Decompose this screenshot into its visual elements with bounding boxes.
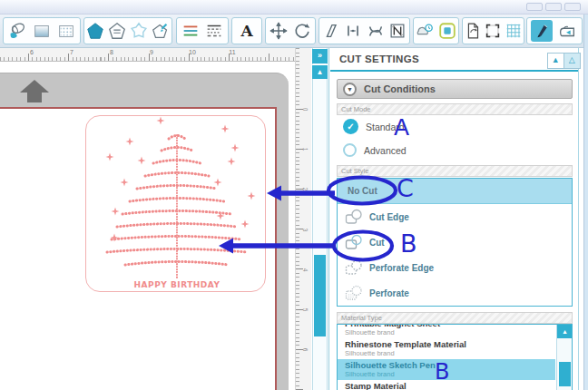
- effects-group: [413, 17, 459, 44]
- ruler-number: 7: [66, 49, 77, 55]
- material-stamp-material[interactable]: Stamp Material: [338, 380, 555, 390]
- material-scroll-up-button[interactable]: ▲: [557, 325, 573, 338]
- cut-label: Cut: [369, 238, 385, 248]
- page-tools-group: [462, 17, 524, 44]
- move-icon[interactable]: [268, 20, 289, 42]
- cut-edge-icon: [345, 209, 363, 225]
- cut-mode-standard-option[interactable]: ✓ Standard: [343, 119, 405, 134]
- stripe-lines-icon[interactable]: [180, 20, 201, 42]
- arrange-group: [265, 17, 316, 44]
- cut-mode-section-header: Cut Mode: [337, 103, 573, 115]
- panel-dock-buttons: ▲ △: [547, 53, 581, 69]
- cut-style-cut[interactable]: Cut: [338, 229, 572, 255]
- grid-icon[interactable]: [504, 20, 524, 42]
- cut-style-perforate[interactable]: Perforate: [338, 280, 572, 306]
- cut-icon: [345, 234, 363, 250]
- star-shape-icon[interactable]: [128, 20, 150, 42]
- mirror-icon[interactable]: [342, 20, 364, 42]
- distort-icon[interactable]: [365, 20, 387, 42]
- design-text: HAPPY BIRTHDAY: [134, 280, 220, 289]
- fill-pattern-icon[interactable]: [55, 20, 77, 42]
- cut-style-perforate-edge[interactable]: Perforate Edge: [338, 255, 572, 280]
- registration-marks-icon[interactable]: [483, 20, 503, 42]
- radio-unchecked-icon[interactable]: [343, 143, 357, 157]
- cut-style-section-header: Cut Style: [337, 165, 573, 177]
- perforate-label: Perforate: [369, 288, 409, 298]
- send-to-machine-icon[interactable]: [556, 20, 578, 42]
- line-color-icon[interactable]: [84, 20, 106, 42]
- main-toolbar: A: [0, 15, 588, 48]
- material-type-list: Printable Magnet Sheet Silhouette brand …: [337, 324, 573, 390]
- ruler-number: 10: [187, 49, 198, 55]
- sketch-pen-icon[interactable]: [150, 20, 172, 42]
- line-tools-group: [176, 17, 229, 44]
- window-maximize-button[interactable]: [545, 3, 562, 11]
- material-type-section-header: Material Type: [337, 312, 573, 324]
- panel-title-underline: [330, 70, 578, 72]
- chevron-down-icon[interactable]: ▼: [343, 83, 357, 96]
- ruler-number: 4: [302, 268, 309, 272]
- cut-conditions-header[interactable]: ▼ Cut Conditions: [337, 79, 573, 99]
- cut-edge-label: Cut Edge: [369, 212, 409, 222]
- fill-color-icon[interactable]: [6, 20, 28, 42]
- panel-right-border: [578, 48, 579, 390]
- ruler-number: 2: [302, 188, 309, 191]
- modify-icon[interactable]: [436, 20, 458, 42]
- dashed-lines-icon[interactable]: [203, 20, 225, 42]
- emboss-icon[interactable]: [414, 20, 436, 42]
- cut-settings-icon[interactable]: [531, 20, 553, 42]
- shape-style-group: [83, 17, 172, 44]
- ruler-number: 11: [227, 49, 238, 55]
- standard-label: Standard: [366, 122, 405, 132]
- material-printable-magnet-sheet[interactable]: Printable Magnet Sheet Silhouette brand: [338, 324, 555, 338]
- material-list-scrollbar[interactable]: ▲: [556, 325, 572, 390]
- pattern-fill-icon[interactable]: [387, 20, 408, 42]
- cut-style-list: No Cut Cut Edge Cut Perforate Edge Perfo…: [337, 178, 573, 307]
- shear-icon[interactable]: [320, 20, 342, 42]
- window-close-button[interactable]: [564, 3, 581, 11]
- fill-gradient-icon[interactable]: [31, 20, 53, 42]
- cut-mode-advanced-option[interactable]: Advanced: [343, 143, 407, 157]
- dock-filled-triangle-button[interactable]: ▲: [548, 54, 564, 68]
- ruler-number: 1: [302, 148, 309, 151]
- text-icon[interactable]: A: [236, 20, 258, 42]
- ruler-number: 0: [302, 108, 309, 112]
- window-minimize-button[interactable]: [526, 3, 543, 11]
- text-tools-group: A: [231, 17, 262, 44]
- ruler-number: 5: [302, 308, 309, 312]
- panel-title: CUT SETTINGS: [339, 54, 419, 64]
- canvas-scrollbar-thumb[interactable]: [314, 255, 326, 336]
- line-style-icon[interactable]: [106, 20, 128, 42]
- cut-style-no-cut[interactable]: No Cut: [338, 179, 572, 204]
- perforate-edge-label: Perforate Edge: [369, 263, 434, 273]
- rotate-icon[interactable]: [291, 20, 313, 42]
- no-cut-label: No Cut: [348, 186, 377, 196]
- vertical-ruler: 0 1 2 3 4 5 6: [295, 48, 311, 390]
- perforate-icon: [345, 285, 363, 301]
- window-right-edge: [583, 15, 588, 390]
- advanced-label: Advanced: [364, 145, 407, 156]
- dock-outline-triangle-button[interactable]: △: [564, 54, 580, 68]
- ruler-number: 8: [106, 49, 117, 55]
- ruler-number: 9: [146, 49, 157, 55]
- cut-style-cut-edge[interactable]: Cut Edge: [338, 204, 572, 229]
- perforate-edge-icon: [345, 259, 363, 276]
- cut-send-group: [526, 17, 583, 44]
- panel-collapse-button[interactable]: »: [312, 49, 328, 63]
- ruler-number: 6: [26, 49, 37, 55]
- material-rhinestone-template[interactable]: Rhinestone Template Material Silhouette …: [338, 338, 555, 359]
- horizontal-ruler: 6 7 8 9 10 11: [0, 48, 311, 62]
- material-silhouette-sketch-pen[interactable]: Silhouette Sketch Pen Silhouette brand: [338, 359, 555, 380]
- cut-conditions-label: Cut Conditions: [364, 83, 436, 94]
- canvas-vertical-scrollbar[interactable]: [312, 48, 328, 390]
- radio-checked-icon[interactable]: ✓: [343, 119, 358, 134]
- window-titlebar: [0, 0, 588, 15]
- transform-group: [318, 17, 410, 44]
- ruler-number: 3: [302, 229, 309, 232]
- fill-tools-group: [3, 17, 81, 44]
- page-setup-icon[interactable]: [463, 20, 483, 42]
- scroll-up-button[interactable]: ▲: [312, 64, 328, 79]
- material-scrollbar-thumb[interactable]: [559, 362, 571, 386]
- birthday-tree-design[interactable]: HAPPY BIRTHDAY: [0, 107, 277, 390]
- ruler-number: 6: [302, 348, 309, 352]
